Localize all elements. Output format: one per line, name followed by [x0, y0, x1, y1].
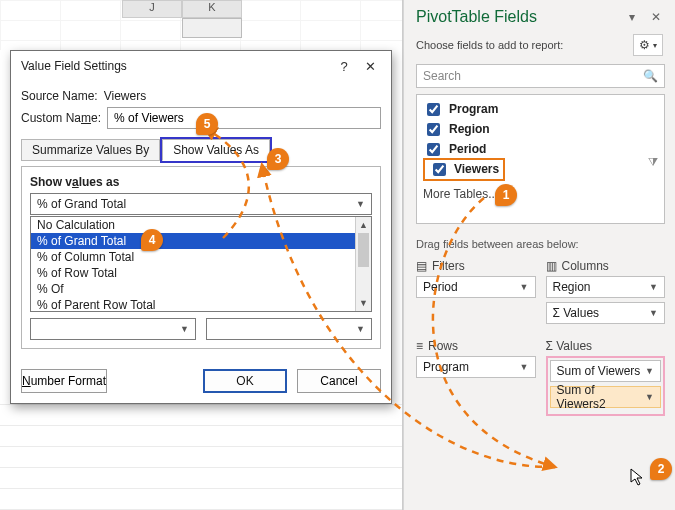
chevron-down-icon: ▼ [356, 324, 365, 334]
field-region-label: Region [449, 122, 490, 136]
columns-chip-values-label: Σ Values [553, 306, 600, 320]
values-chip-sum2[interactable]: Sum of Viewers2▼ [550, 386, 662, 408]
custom-name-input[interactable] [107, 107, 381, 129]
show-values-as-label: Show values as [30, 175, 372, 189]
ok-button[interactable]: OK [203, 369, 287, 393]
tab-summarize-values-by[interactable]: Summarize Values By [21, 139, 160, 161]
values-area-label: Σ Values [546, 339, 593, 353]
chevron-down-icon: ▼ [356, 199, 365, 209]
column-header-j[interactable]: J [122, 0, 182, 18]
field-region[interactable]: Region [423, 119, 658, 139]
values-chip-sum1[interactable]: Sum of Viewers▼ [550, 360, 662, 382]
base-field-combo[interactable]: ▼ [30, 318, 196, 340]
dialog-titlebar[interactable]: Value Field Settings ? ✕ [11, 51, 391, 81]
chevron-down-icon: ▼ [520, 282, 529, 292]
column-header-k[interactable]: K [182, 0, 242, 18]
chevron-down-icon: ▼ [180, 324, 189, 334]
search-placeholder: Search [423, 69, 461, 83]
dialog-close-button[interactable]: ✕ [357, 55, 383, 77]
gear-icon: ⚙ [639, 38, 650, 52]
field-program-label: Program [449, 102, 498, 116]
filter-icon[interactable]: ⧩ [648, 155, 658, 169]
columns-area-icon: ▥ [546, 259, 557, 273]
base-item-combo[interactable]: ▼ [206, 318, 372, 340]
field-period-label: Period [449, 142, 486, 156]
value-field-settings-dialog: Value Field Settings ? ✕ Source Name: Vi… [10, 50, 392, 404]
custom-name-label: Custom Name: [21, 111, 101, 125]
field-program[interactable]: Program [423, 99, 658, 119]
field-viewers-checkbox[interactable] [433, 163, 446, 176]
fields-list: Program Region Period Viewers More Table… [416, 94, 665, 224]
filters-area-label: Filters [432, 259, 465, 273]
pivottable-fields-pane: PivotTable Fields ▾ ✕ Choose fields to a… [403, 0, 675, 510]
dialog-title: Value Field Settings [21, 59, 127, 73]
search-input[interactable]: Search 🔍 [416, 64, 665, 88]
field-period[interactable]: Period [423, 139, 658, 159]
field-region-checkbox[interactable] [427, 123, 440, 136]
pane-dropdown-button[interactable]: ▾ [623, 8, 641, 26]
rows-chip-program-label: Program [423, 360, 469, 374]
annotation-bubble-4: 4 [141, 229, 163, 251]
values-area: Σ Values Sum of Viewers▼ Sum of Viewers2… [546, 336, 666, 416]
chevron-down-icon: ▾ [653, 41, 657, 50]
more-tables-link[interactable]: More Tables... [423, 187, 658, 201]
show-values-as-combo[interactable]: % of Grand Total ▼ [30, 193, 372, 215]
show-values-as-panel: Show values as % of Grand Total ▼ No Cal… [21, 166, 381, 349]
chevron-down-icon: ▼ [520, 362, 529, 372]
field-viewers-label: Viewers [454, 162, 499, 176]
show-values-dropdown-list: No Calculation % of Grand Total % of Col… [30, 216, 372, 312]
scroll-down-button[interactable]: ▼ [356, 295, 371, 311]
columns-area: ▥Columns Region▼ Σ Values▼ [546, 256, 666, 328]
source-name-label: Source Name: [21, 89, 98, 103]
filters-chip-label: Period [423, 280, 458, 294]
tab-show-values-as[interactable]: Show Values As [162, 139, 270, 161]
dropdown-scrollbar[interactable]: ▲ ▼ [355, 217, 371, 311]
rows-area: ≡Rows Program▼ [416, 336, 536, 416]
spreadsheet-grid: J K [0, 0, 402, 50]
filters-area-icon: ▤ [416, 259, 427, 273]
annotation-bubble-1: 1 [495, 184, 517, 206]
list-item[interactable]: % of Parent Row Total [31, 297, 355, 311]
chevron-down-icon: ▼ [649, 282, 658, 292]
chevron-down-icon: ▼ [645, 366, 654, 376]
scroll-thumb[interactable] [358, 233, 369, 267]
pane-subtitle: Choose fields to add to report: [416, 39, 563, 51]
values-chip-sum2-label: Sum of Viewers2 [557, 383, 646, 411]
pane-title: PivotTable Fields [416, 8, 623, 26]
rows-area-label: Rows [428, 339, 458, 353]
drag-instruction: Drag fields between areas below: [404, 224, 675, 256]
list-item[interactable]: % of Row Total [31, 265, 355, 281]
show-values-as-combo-value: % of Grand Total [37, 197, 126, 211]
chevron-down-icon: ▼ [645, 392, 654, 402]
columns-chip-region-label: Region [553, 280, 591, 294]
spreadsheet-rows [0, 404, 402, 510]
list-item[interactable]: No Calculation [31, 217, 355, 233]
filters-chip-period[interactable]: Period▼ [416, 276, 536, 298]
annotation-bubble-3: 3 [267, 148, 289, 170]
cancel-button[interactable]: Cancel [297, 369, 381, 393]
source-name-value: Viewers [104, 89, 146, 103]
field-areas: ▤Filters Period▼ ▥Columns Region▼ Σ Valu… [404, 256, 675, 426]
annotation-bubble-5: 5 [196, 113, 218, 135]
active-cell[interactable] [182, 18, 242, 38]
number-format-button[interactable]: Number Format [21, 369, 107, 393]
field-period-checkbox[interactable] [427, 143, 440, 156]
cursor-icon [630, 468, 646, 488]
list-item[interactable]: % of Grand Total [31, 233, 355, 249]
pane-close-button[interactable]: ✕ [647, 8, 665, 26]
field-viewers[interactable]: Viewers [423, 159, 658, 179]
dialog-help-button[interactable]: ? [331, 55, 357, 77]
values-chip-sum1-label: Sum of Viewers [557, 364, 641, 378]
rows-chip-program[interactable]: Program▼ [416, 356, 536, 378]
columns-chip-region[interactable]: Region▼ [546, 276, 666, 298]
columns-area-label: Columns [562, 259, 609, 273]
scroll-up-button[interactable]: ▲ [356, 217, 371, 233]
annotation-bubble-2: 2 [650, 458, 672, 480]
list-item[interactable]: % Of [31, 281, 355, 297]
list-item[interactable]: % of Column Total [31, 249, 355, 265]
columns-chip-values[interactable]: Σ Values▼ [546, 302, 666, 324]
rows-area-icon: ≡ [416, 339, 423, 353]
chevron-down-icon: ▼ [649, 308, 658, 318]
field-program-checkbox[interactable] [427, 103, 440, 116]
fields-layout-button[interactable]: ⚙▾ [633, 34, 663, 56]
